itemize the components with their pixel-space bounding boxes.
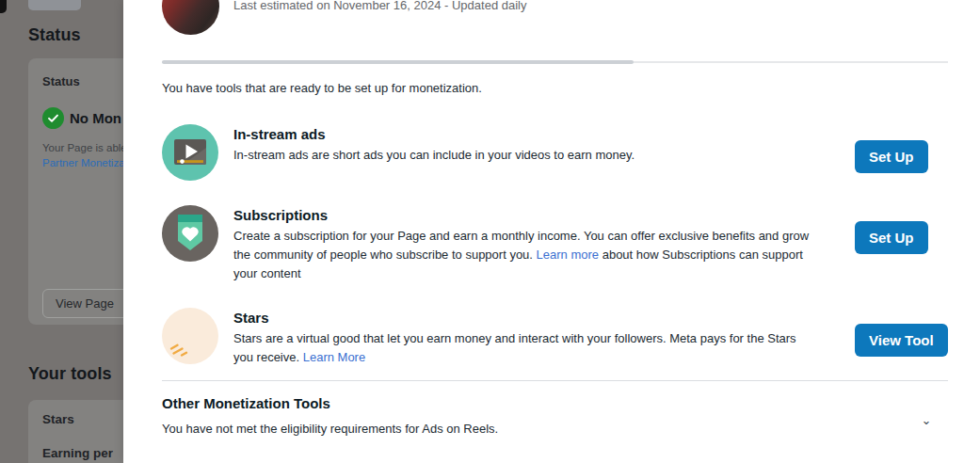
sidebar-item-earning[interactable]: Earning per [42, 446, 113, 460]
other-monetization-tools-title: Other Monetization Tools [162, 395, 330, 411]
chevron-down-icon[interactable]: ⌄ [920, 414, 933, 427]
tool-title: In-stream ads [233, 125, 635, 144]
tool-row: Stars Stars are a virtual good that let … [162, 308, 948, 367]
profile-avatar [162, 0, 219, 35]
tool-title: Stars [233, 309, 817, 327]
video-player-icon [162, 124, 218, 181]
status-card: Status No Mon Your Page is able Partner … [28, 58, 123, 325]
your-tools-card: Stars Earning per [28, 400, 123, 463]
tool-description: Create a subscription for your Page and … [233, 227, 817, 283]
sidebar-section-status-title: Status [28, 25, 81, 45]
monetization-intro-text: You have tools that are ready to be set … [162, 81, 482, 95]
sidebar-section-your-tools-title: Your tools [28, 364, 112, 384]
tool-row: Subscriptions Create a subscription for … [162, 205, 948, 283]
nav-placeholder-bar [28, 0, 81, 10]
eligibility-message: You have not met the eligibility require… [162, 422, 498, 436]
last-estimated-text: Last estimated on November 16, 2024 - Up… [233, 0, 526, 12]
subscription-badge-icon [162, 205, 218, 262]
partner-monetization-link[interactable]: Partner Monetiza [42, 157, 123, 168]
tool-description: In-stream ads are short ads you can incl… [233, 146, 635, 165]
learn-more-link[interactable]: Learn More [303, 350, 365, 364]
left-sidebar: Status Status No Mon Your Page is able P… [0, 0, 123, 463]
tool-list: In-stream ads In-stream ads are short ad… [162, 124, 948, 367]
subscriptions-set-up-button[interactable]: Set Up [855, 221, 928, 254]
status-card-title: Status [42, 74, 80, 88]
star-icon [162, 308, 218, 364]
view-page-button[interactable]: View Page [42, 289, 123, 318]
check-circle-icon [42, 107, 64, 129]
in-stream-ads-set-up-button[interactable]: Set Up [855, 140, 928, 173]
tool-description: Stars are a virtual good that let you ea… [233, 329, 817, 367]
window-corner-notch [0, 0, 7, 13]
status-label: No Mon [70, 110, 121, 126]
tool-row: In-stream ads In-stream ads are short ad… [162, 124, 948, 181]
tool-title: Subscriptions [233, 206, 817, 225]
scrollbar-thumb[interactable] [162, 60, 634, 64]
stars-view-tool-button[interactable]: View Tool [855, 324, 948, 357]
monetization-main-panel: Last estimated on November 16, 2024 - Up… [123, 0, 980, 463]
status-description: Your Page is able [42, 142, 123, 153]
section-divider [162, 380, 948, 381]
learn-more-link[interactable]: Learn more [537, 247, 599, 262]
sidebar-item-stars[interactable]: Stars [42, 412, 74, 426]
